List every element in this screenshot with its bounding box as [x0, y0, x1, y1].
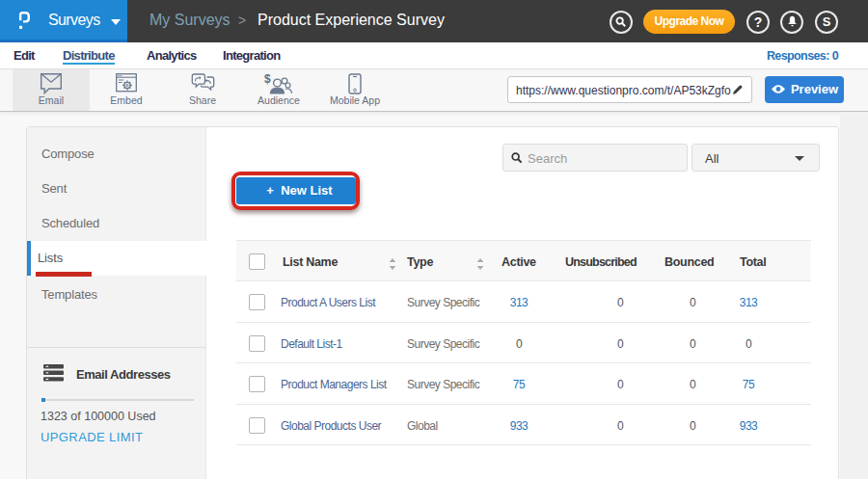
svg-text:$: $	[264, 73, 271, 86]
